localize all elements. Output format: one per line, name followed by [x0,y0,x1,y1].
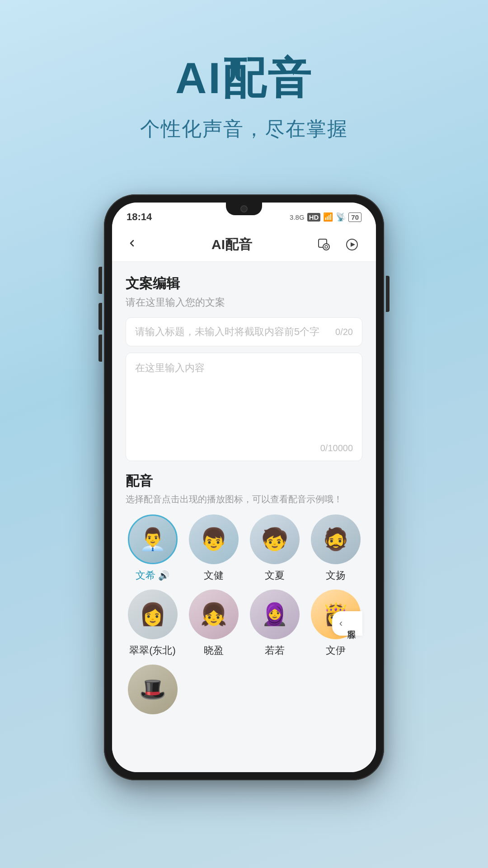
phone-screen: 18:14 3.8G HD 📶 📡 70 [112,203,376,772]
content-input-count: 0/10000 [320,443,353,453]
voice-name-xiaoying: 晓盈 [204,644,224,657]
voice-name-wenxi: 文希 🔊 [136,569,169,582]
voice-grid-row2: 👩 翠翠(东北) 👧 晓盈 [126,590,362,657]
svg-marker-4 [351,242,355,247]
voice-section-desc: 选择配音点击出现的播放图标，可以查看配音示例哦！ [126,493,362,505]
battery-icon: 70 [348,212,361,222]
main-title: AI配音 [0,54,488,102]
nav-actions [314,235,361,254]
copy-section-desc: 请在这里输入您的文案 [126,296,362,309]
voice-name-wenjian: 文健 [204,569,224,582]
voice-item-wenyang[interactable]: 🧔 文扬 [309,514,362,582]
voice-section-title: 配音 [126,472,362,491]
status-notch [226,203,262,215]
network-icon: HD [307,213,321,222]
voice-avatar-wenjian: 👦 [189,514,239,564]
wifi-icon: 📡 [336,212,346,222]
voice-avatar-xiaoying: 👧 [189,590,239,639]
voice-name-wenyang: 文扬 [326,569,346,582]
voice-item-wenxia[interactable]: 🧒 文夏 [248,514,301,582]
svg-point-1 [323,244,329,250]
content-input-wrapper[interactable]: 在这里输入内容 0/10000 [126,353,362,461]
search-action-button[interactable] [314,235,333,254]
signal-icon: 3.8G [290,213,305,221]
nav-title: AI配音 [211,236,252,254]
status-time: 18:14 [127,211,152,223]
voice-item-wenjian[interactable]: 👦 文健 [187,514,240,582]
voice-grid-row1: 👨‍💼 文希 🔊 👦 [126,514,362,582]
voice-avatar-cuicui: 👩 [128,590,178,639]
voice-item-hat[interactable]: 🎩 [126,665,179,719]
title-input-placeholder: 请输入标题，未输入时将截取内容前5个字 [135,325,319,339]
voice-name-wenxia: 文夏 [265,569,285,582]
copy-section-title: 文案编辑 [126,274,362,293]
voice-name-wenyi: 文伊 [326,644,346,657]
back-button[interactable] [127,237,149,252]
copy-section: 文案编辑 请在这里输入您的文案 请输入标题，未输入时将截取内容前5个字 0/20… [126,274,362,461]
voice-item-wenxi[interactable]: 👨‍💼 文希 🔊 [126,514,179,582]
title-input-count: 0/20 [335,327,353,337]
voice-avatar-wenxi: 👨‍💼 [128,514,178,564]
status-bar: 18:14 3.8G HD 📶 📡 70 [112,203,376,228]
voice-avatar-ruoruo: 🧕 [250,590,300,639]
phone-wrapper: 18:14 3.8G HD 📶 📡 70 [104,194,384,780]
content-input-placeholder: 在这里输入内容 [135,361,353,375]
voice-avatar-wenyang: 🧔 [311,514,361,564]
voice-item-xiaoying[interactable]: 👧 晓盈 [187,590,240,657]
page-title-area: AI配音 个性化声音，尽在掌握 [0,0,488,142]
voice-grid-row3: 🎩 [126,665,362,719]
voice-avatar-wenxia: 🧒 [250,514,300,564]
voice-avatar-hat: 🎩 [128,665,178,714]
chevron-icon: ‹ [339,618,343,629]
status-icons: 3.8G HD 📶 📡 70 [290,212,361,222]
page-subtitle: 个性化声音，尽在掌握 [0,116,488,142]
camera-dot [240,205,248,212]
voice-item-ruoruo[interactable]: 🧕 若若 [248,590,301,657]
voice-item-cuicui[interactable]: 👩 翠翠(东北) [126,590,179,657]
customer-service-label: 客服 [345,623,358,624]
voice-name-ruoruo: 若若 [265,644,285,657]
play-action-button[interactable] [343,235,361,254]
page-background: AI配音 个性化声音，尽在掌握 [0,0,488,142]
content-area: 文案编辑 请在这里输入您的文案 请输入标题，未输入时将截取内容前5个字 0/20… [112,262,376,772]
play-icon-wenxi: 🔊 [158,570,169,581]
title-input-wrapper[interactable]: 请输入标题，未输入时将截取内容前5个字 0/20 [126,317,362,346]
phone-frame: 18:14 3.8G HD 📶 📡 70 [104,194,384,780]
voice-name-cuicui: 翠翠(东北) [129,644,176,657]
nav-bar: AI配音 [112,228,376,262]
bars-icon: 📶 [323,212,333,222]
voice-section: 配音 选择配音点击出现的播放图标，可以查看配音示例哦！ 👨‍💼 文希 🔊 [126,472,362,719]
customer-service-button[interactable]: ‹ 客服 [332,611,362,636]
